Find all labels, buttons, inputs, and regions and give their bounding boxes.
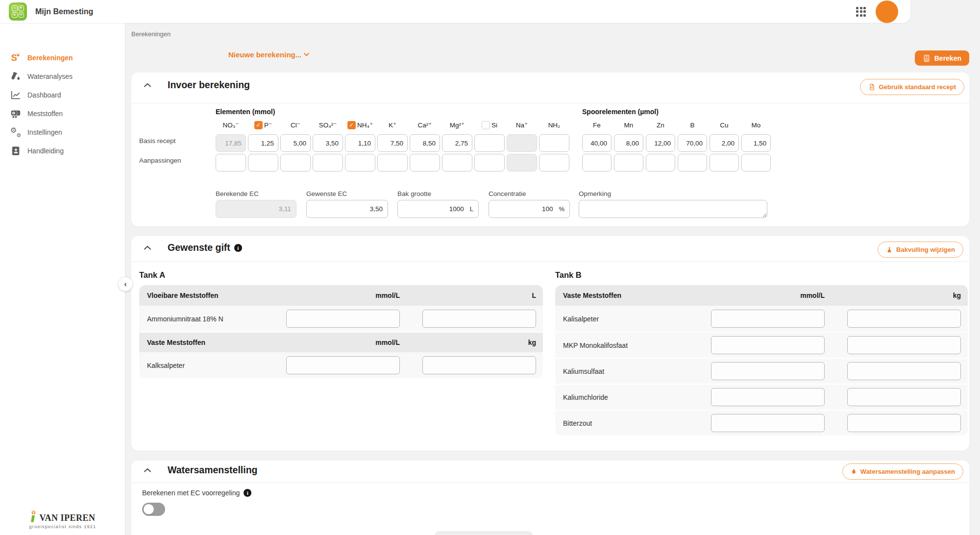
element-checkbox-unchecked[interactable] [482, 121, 490, 129]
new-calculation-dropdown[interactable]: Nieuwe berekening... [228, 50, 309, 59]
calculate-button[interactable]: Bereken [915, 50, 969, 66]
aanpassingen-element-input[interactable] [313, 154, 343, 171]
fertilizer-amount-input[interactable] [847, 310, 961, 328]
basis-element-input[interactable] [474, 134, 505, 152]
aanpassingen-element-input[interactable] [345, 154, 375, 171]
basis-element-input[interactable] [377, 134, 408, 152]
collapse-water-button[interactable] [144, 468, 151, 472]
fertilizer-mmol-input[interactable] [711, 414, 825, 432]
aanpassingen-element-input[interactable] [248, 154, 278, 171]
element-column-header: Mg²⁺ [442, 120, 472, 130]
concentratie-input[interactable] [489, 200, 558, 218]
tank-table-header: Vloeibare Meststoffenmmol/LL [139, 285, 543, 306]
fertilizer-amount-input[interactable] [847, 388, 961, 406]
collapse-invoer-button[interactable] [144, 83, 151, 87]
basis-trace-input[interactable] [646, 134, 675, 152]
breadcrumb: Berekeningen [131, 30, 171, 38]
new-calculation-label: Nieuwe berekening... [228, 50, 301, 59]
fertilizer-amount-input[interactable] [847, 362, 961, 380]
fertilizer-mmol-input[interactable] [711, 362, 825, 380]
sidebar-item-meststoffen[interactable]: Meststoffen [0, 104, 125, 123]
fertilizer-mmol-input[interactable] [711, 310, 825, 328]
trace-label: Mo [752, 122, 761, 129]
watersamenstelling-aanpassen-button[interactable]: Watersamenstelling aanpassen [842, 463, 963, 480]
sidebar-item-dashboard[interactable]: Dashboard [0, 86, 125, 104]
aanpassingen-trace-input[interactable] [710, 154, 739, 171]
aanpassingen-element-input[interactable] [539, 154, 569, 171]
collapse-gift-button[interactable] [144, 246, 151, 250]
apps-grid-icon[interactable] [856, 7, 866, 17]
gewenste-ec-input[interactable] [307, 200, 388, 218]
aanpassingen-element-input[interactable] [216, 154, 246, 171]
divider [131, 483, 969, 483]
element-label: P⁻ [264, 121, 272, 129]
aanpassingen-element-input[interactable] [280, 154, 311, 171]
gift-title-text: Gewenste gift [168, 242, 230, 253]
aanpassingen-element-input[interactable] [474, 154, 505, 171]
fertilizer-mmol-input[interactable] [711, 388, 825, 406]
basis-element-input[interactable] [442, 134, 472, 152]
fertilizer-amount-input[interactable] [422, 356, 536, 374]
fertilizer-type-label: Vaste Meststoffen [563, 292, 688, 299]
aanpassingen-trace-inputs [582, 154, 771, 171]
sidebar-item-berekeningen[interactable]: SBerekeningen [0, 49, 125, 67]
chevron-up-icon [144, 246, 151, 250]
sidebar-item-label: Wateranalyses [27, 73, 73, 80]
use-standard-recipe-button[interactable]: Gebruik standaard recept [860, 79, 965, 95]
basis-trace-input[interactable] [678, 134, 707, 152]
partial-dropdown[interactable] [435, 532, 532, 535]
element-checkbox-checked[interactable] [254, 121, 263, 129]
sidebar-collapse-button[interactable] [119, 277, 132, 291]
fertilizer-name: Kalisalpeter [563, 315, 688, 323]
aanpassingen-trace-input[interactable] [741, 154, 771, 171]
divider [131, 261, 969, 262]
bak-grootte-input[interactable] [398, 200, 469, 218]
element-label: NH₂ [548, 122, 561, 129]
basis-element-input[interactable] [410, 134, 440, 152]
aanpassingen-trace-input[interactable] [614, 154, 643, 171]
flask-icon [886, 246, 893, 253]
calculate-button-label: Bereken [934, 54, 961, 62]
aanpassingen-trace-input[interactable] [646, 154, 675, 171]
sidebar-item-handleiding[interactable]: Handleiding [0, 142, 125, 160]
basis-element-input[interactable] [539, 134, 569, 152]
fertilizer-name: Kalksalpeter [147, 362, 264, 369]
info-icon[interactable] [234, 244, 242, 252]
user-avatar[interactable] [876, 0, 898, 23]
fertilizer-amount-input[interactable] [847, 336, 961, 354]
mmol-unit-label: mmol/L [375, 339, 400, 346]
fertilizer-amount-input[interactable] [422, 310, 536, 328]
aanpassingen-element-input[interactable] [442, 154, 472, 171]
basis-recept-label: Basis recept [139, 137, 175, 145]
aanpassingen-element-input[interactable] [410, 154, 440, 171]
basis-element-input[interactable] [248, 134, 278, 152]
aanpassingen-element-input [507, 154, 537, 171]
sidebar-item-instellingen[interactable]: Instellingen [0, 123, 125, 142]
trace-label: B [690, 122, 694, 129]
aanpassingen-trace-input[interactable] [678, 154, 707, 171]
toggle-knob [144, 504, 154, 514]
opmerking-textarea[interactable] [579, 200, 767, 218]
bakvulling-wijzigen-button[interactable]: Bakvulling wijzigen [878, 242, 963, 258]
basis-element-input[interactable] [280, 134, 311, 152]
fertilizer-mmol-input[interactable] [286, 356, 400, 374]
basis-trace-input[interactable] [614, 134, 643, 152]
aanpassingen-element-input[interactable] [377, 154, 408, 171]
basis-trace-input[interactable] [741, 134, 771, 152]
opmerking-label: Opmerking [579, 190, 611, 197]
gewenste-ec-label: Gewenste EC [306, 190, 347, 197]
info-icon[interactable] [244, 489, 251, 497]
ec-voorregeling-toggle[interactable] [142, 503, 165, 516]
aanpassingen-trace-input[interactable] [582, 154, 612, 171]
basis-element-input[interactable] [345, 134, 375, 152]
fertilizer-mmol-input[interactable] [711, 336, 825, 354]
trace-column-header: B [678, 120, 707, 130]
sidebar-item-wateranalyses[interactable]: Wateranalyses [0, 67, 125, 86]
basis-trace-input[interactable] [710, 134, 739, 152]
basis-trace-input[interactable] [582, 134, 612, 152]
fertilizer-mmol-input[interactable] [286, 310, 400, 328]
element-checkbox-checked[interactable] [347, 121, 356, 129]
basis-element-input[interactable] [313, 134, 343, 152]
basis-recept-element-inputs [216, 134, 569, 152]
fertilizer-amount-input[interactable] [847, 414, 961, 432]
